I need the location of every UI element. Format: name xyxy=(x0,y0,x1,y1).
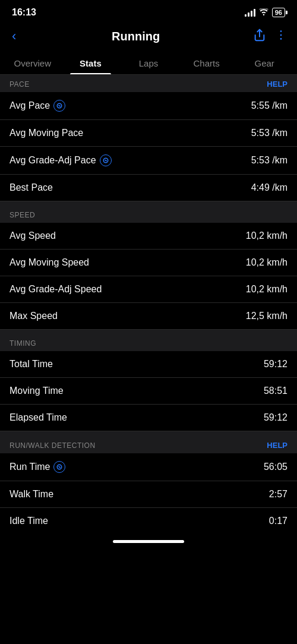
run-time-icon xyxy=(53,461,65,473)
stat-avg-pace: Avg Pace 5:55 /km xyxy=(0,92,297,120)
stat-moving-time-value: 58:51 xyxy=(264,386,287,396)
tab-charts[interactable]: Charts xyxy=(178,52,236,74)
section-runwalk-header: RUN/WALK DETECTION HELP xyxy=(0,436,297,453)
tab-overview[interactable]: Overview xyxy=(4,52,62,74)
stat-avg-pace-value: 5:55 /km xyxy=(251,100,287,111)
page-title: Running xyxy=(112,30,160,43)
battery-icon: 96 xyxy=(272,8,285,17)
home-indicator xyxy=(0,534,297,548)
stat-run-time: Run Time 56:05 xyxy=(0,453,297,481)
gap-2 xyxy=(0,330,297,334)
stat-avg-moving-pace: Avg Moving Pace 5:53 /km xyxy=(0,120,297,147)
stat-avg-moving-speed: Avg Moving Speed 10,2 km/h xyxy=(0,250,297,276)
stat-avg-grade-adj-pace-value: 5:53 /km xyxy=(251,155,287,166)
stat-avg-grade-adj-speed-label: Avg Grade-Adj Speed xyxy=(10,284,102,295)
tab-gear[interactable]: Gear xyxy=(235,52,293,74)
section-pace-header: PACE HELP xyxy=(0,75,297,92)
stat-avg-speed-value: 10,2 km/h xyxy=(246,231,287,241)
section-speed-title: SPEED xyxy=(10,211,35,219)
header-actions xyxy=(253,29,287,45)
header: ‹ Running xyxy=(0,23,297,52)
tab-laps[interactable]: Laps xyxy=(119,52,178,74)
pace-help-button[interactable]: HELP xyxy=(267,80,287,89)
stat-walk-time: Walk Time 2:57 xyxy=(0,481,297,508)
stat-avg-grade-adj-pace-label: Avg Grade-Adj Pace xyxy=(10,154,112,166)
svg-point-1 xyxy=(280,30,282,32)
grade-adj-pace-icon xyxy=(100,154,112,166)
section-pace-title: PACE xyxy=(10,80,30,89)
status-time: 16:13 xyxy=(12,7,36,18)
stat-idle-time: Idle Time 0:17 xyxy=(0,508,297,534)
tab-bar: Overview Stats Laps Charts Gear xyxy=(0,52,297,75)
stat-run-time-value: 56:05 xyxy=(264,462,287,472)
home-bar xyxy=(113,540,184,543)
section-timing-title: TIMING xyxy=(10,339,36,348)
status-bar: 16:13 96 xyxy=(0,0,297,23)
stat-best-pace-label: Best Pace xyxy=(10,182,53,193)
stat-max-speed: Max Speed 12,5 km/h xyxy=(0,303,297,330)
stat-elapsed-time-label: Elapsed Time xyxy=(10,412,67,423)
stat-avg-grade-adj-speed: Avg Grade-Adj Speed 10,2 km/h xyxy=(0,276,297,303)
stat-max-speed-label: Max Speed xyxy=(10,311,58,321)
signal-icon xyxy=(245,8,255,17)
stat-avg-moving-speed-value: 10,2 km/h xyxy=(246,257,287,268)
share-button[interactable] xyxy=(253,29,266,45)
battery-level: 96 xyxy=(275,9,282,16)
stat-avg-pace-label: Avg Pace xyxy=(10,100,65,112)
svg-point-3 xyxy=(280,38,282,40)
stat-elapsed-time: Elapsed Time 59:12 xyxy=(0,405,297,431)
gap-3 xyxy=(0,431,297,436)
stat-moving-time-label: Moving Time xyxy=(10,386,64,396)
stat-idle-time-value: 0:17 xyxy=(269,516,287,526)
tab-stats[interactable]: Stats xyxy=(62,52,120,74)
stat-total-time: Total Time 59:12 xyxy=(0,351,297,378)
more-button[interactable] xyxy=(274,29,287,45)
runwalk-help-button[interactable]: HELP xyxy=(267,441,287,450)
stat-walk-time-label: Walk Time xyxy=(10,489,53,500)
avg-pace-icon xyxy=(53,100,65,112)
section-runwalk-title: RUN/WALK DETECTION xyxy=(10,441,96,450)
stat-avg-moving-speed-label: Avg Moving Speed xyxy=(10,257,89,268)
stat-avg-moving-pace-label: Avg Moving Pace xyxy=(10,128,83,138)
stat-avg-speed: Avg Speed 10,2 km/h xyxy=(0,223,297,250)
stat-max-speed-value: 12,5 km/h xyxy=(246,311,287,321)
svg-point-2 xyxy=(280,34,282,36)
stat-run-time-label: Run Time xyxy=(10,461,65,473)
stat-avg-moving-pace-value: 5:53 /km xyxy=(251,128,287,138)
stat-avg-grade-adj-pace: Avg Grade-Adj Pace 5:53 /km xyxy=(0,147,297,175)
wifi-icon xyxy=(259,8,268,17)
stat-moving-time: Moving Time 58:51 xyxy=(0,378,297,405)
section-timing-header: TIMING xyxy=(0,334,297,351)
gap-1 xyxy=(0,201,297,206)
stat-total-time-value: 59:12 xyxy=(264,359,287,370)
stat-idle-time-label: Idle Time xyxy=(10,516,48,526)
stat-avg-speed-label: Avg Speed xyxy=(10,231,56,241)
back-button[interactable]: ‹ xyxy=(10,26,18,46)
section-speed-header: SPEED xyxy=(0,206,297,223)
content: PACE HELP Avg Pace 5:55 /km Avg Moving P… xyxy=(0,75,297,534)
stat-walk-time-value: 2:57 xyxy=(269,489,287,500)
stat-total-time-label: Total Time xyxy=(10,359,53,370)
stat-best-pace-value: 4:49 /km xyxy=(251,182,287,193)
status-icons: 96 xyxy=(245,8,285,17)
stat-best-pace: Best Pace 4:49 /km xyxy=(0,175,297,201)
stat-avg-grade-adj-speed-value: 10,2 km/h xyxy=(246,284,287,295)
stat-elapsed-time-value: 59:12 xyxy=(264,412,287,423)
